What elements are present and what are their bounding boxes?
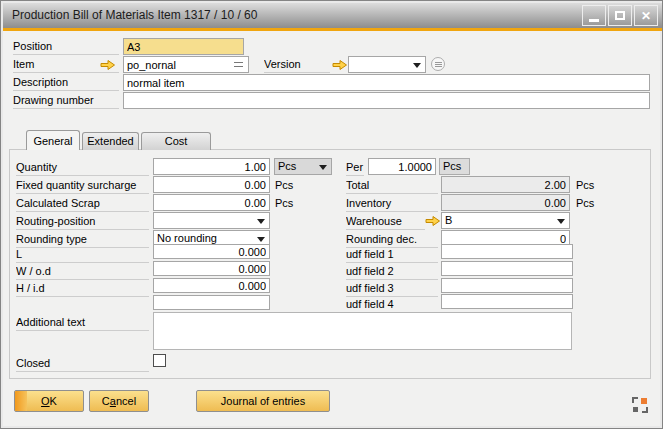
default-button-stripe xyxy=(15,391,27,411)
description-label: Description xyxy=(13,75,119,91)
routing-position-label: Routing-position xyxy=(16,214,149,230)
chevron-down-icon xyxy=(257,219,265,224)
version-link-arrow-icon[interactable] xyxy=(332,59,348,71)
choose-from-list-icon xyxy=(234,62,243,67)
item-link-arrow-icon[interactable] xyxy=(100,59,116,71)
udf-field-4-input[interactable] xyxy=(441,294,573,309)
maximize-icon xyxy=(615,11,625,20)
close-icon: ✕ xyxy=(641,10,651,22)
warehouse-dropdown[interactable]: B xyxy=(441,212,570,229)
warehouse-value: B xyxy=(445,214,452,226)
total-input xyxy=(441,176,570,193)
accent-line xyxy=(3,28,662,31)
warehouse-link-arrow-icon[interactable] xyxy=(425,215,441,227)
total-label: Total xyxy=(346,178,438,194)
udf-field-3-input[interactable] xyxy=(441,278,573,293)
height-id-input[interactable] xyxy=(153,278,270,293)
per-label: Per xyxy=(346,160,364,176)
production-bom-window: Production Bill of Materials Item 1317 /… xyxy=(0,0,663,429)
tab-extended[interactable]: Extended xyxy=(82,132,139,150)
journal-of-entries-button[interactable]: Journal of entries xyxy=(196,390,330,412)
rounding-dec-label: Rounding dec. xyxy=(346,232,438,248)
inventory-unit: Pcs xyxy=(576,196,594,211)
total-unit: Pcs xyxy=(576,178,594,193)
extra-dimension-input[interactable] xyxy=(153,295,270,310)
drawing-number-label: Drawing number xyxy=(13,93,119,109)
title-bar: Production Bill of Materials Item 1317 /… xyxy=(3,3,662,28)
rounding-type-value: No rounding xyxy=(157,232,217,244)
minimize-icon xyxy=(589,19,599,22)
width-od-label: W / o.d xyxy=(16,264,149,280)
window-title: Production Bill of Materials Item 1317 /… xyxy=(12,3,257,28)
inventory-label: Inventory xyxy=(346,196,438,212)
warehouse-label: Warehouse xyxy=(346,214,425,230)
tab-general[interactable]: General xyxy=(26,130,80,150)
quantity-uom-value: Pcs xyxy=(278,160,296,172)
closed-label: Closed xyxy=(16,356,149,372)
close-button[interactable]: ✕ xyxy=(634,5,658,26)
routing-position-dropdown[interactable] xyxy=(153,212,270,229)
version-dropdown[interactable] xyxy=(348,56,426,73)
chevron-down-icon xyxy=(319,165,327,170)
window-controls: ✕ xyxy=(582,5,658,26)
ok-button[interactable]: OK xyxy=(14,390,84,412)
udf-field-4-label: udf field 4 xyxy=(346,297,438,313)
udf-field-1-label: udf field 1 xyxy=(346,247,438,263)
chevron-down-icon xyxy=(257,237,265,242)
additional-text-label: Additional text xyxy=(16,315,149,331)
chevron-down-icon xyxy=(557,219,565,224)
udf-field-2-label: udf field 2 xyxy=(346,264,438,280)
maximize-button[interactable] xyxy=(608,5,632,26)
closed-checkbox[interactable] xyxy=(153,354,166,367)
inventory-input xyxy=(441,194,570,211)
rounding-type-label: Rounding type xyxy=(16,232,149,248)
drawing-number-input[interactable] xyxy=(123,92,650,109)
length-input[interactable] xyxy=(153,244,270,259)
calculated-scrap-input[interactable] xyxy=(153,194,270,211)
length-label: L xyxy=(16,247,149,263)
width-od-input[interactable] xyxy=(153,261,270,276)
calculated-scrap-unit: Pcs xyxy=(275,196,293,211)
version-label: Version xyxy=(264,57,330,73)
cancel-button[interactable]: Cancel xyxy=(89,390,149,412)
per-input[interactable] xyxy=(368,158,436,175)
additional-text-area[interactable] xyxy=(153,312,572,350)
minimize-button[interactable] xyxy=(582,5,606,26)
udf-field-1-input[interactable] xyxy=(441,244,573,259)
item-input[interactable] xyxy=(123,56,249,73)
calculated-scrap-label: Calculated Scrap xyxy=(16,196,149,212)
resize-grip-icon[interactable] xyxy=(631,396,649,414)
position-label: Position xyxy=(13,39,119,55)
udf-field-3-label: udf field 3 xyxy=(346,281,438,297)
udf-field-2-input[interactable] xyxy=(441,261,573,276)
quantity-uom-dropdown[interactable]: Pcs xyxy=(274,158,332,175)
quantity-input[interactable] xyxy=(153,158,270,175)
quantity-label: Quantity xyxy=(16,160,149,176)
fixed-surcharge-input[interactable] xyxy=(153,176,270,193)
expand-notes-icon[interactable] xyxy=(431,57,445,71)
chevron-down-icon xyxy=(413,63,421,68)
description-input[interactable] xyxy=(123,74,650,91)
fixed-surcharge-unit: Pcs xyxy=(275,178,293,193)
per-unit-box: Pcs xyxy=(439,158,470,175)
height-id-label: H / i.d xyxy=(16,281,149,297)
tab-cost[interactable]: Cost xyxy=(141,132,211,150)
fixed-surcharge-label: Fixed quantity surcharge xyxy=(16,178,149,194)
position-input[interactable] xyxy=(123,38,244,55)
